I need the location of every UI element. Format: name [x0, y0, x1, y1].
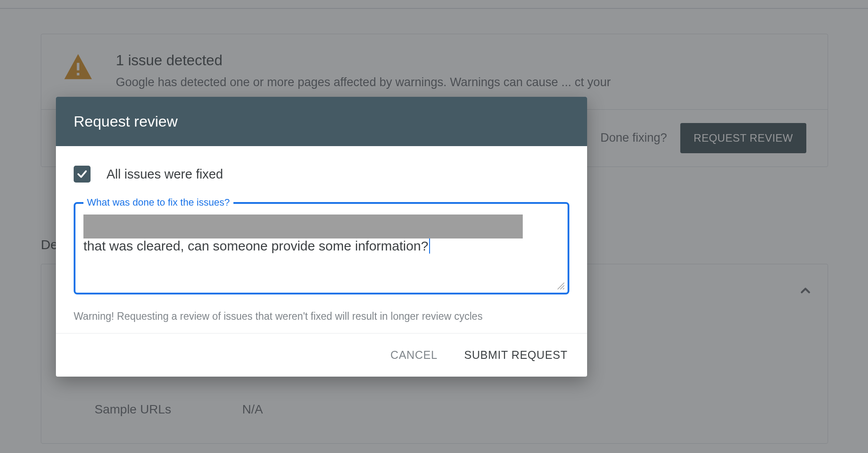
redacted-text-line	[83, 215, 523, 238]
submit-request-button[interactable]: SUBMIT REQUEST	[461, 346, 571, 364]
text-cursor	[429, 238, 430, 254]
fix-description-field[interactable]: What was done to fix the issues? that wa…	[74, 202, 569, 294]
fix-description-textarea[interactable]: that was cleared, can someone provide so…	[83, 215, 560, 285]
fix-description-value: that was cleared, can someone provide so…	[83, 238, 560, 254]
fix-description-text: that was cleared, can someone provide so…	[83, 238, 428, 254]
resize-handle-icon[interactable]	[557, 282, 565, 290]
modal-title: Request review	[56, 97, 587, 146]
modal-footer: CANCEL SUBMIT REQUEST	[56, 333, 587, 377]
request-review-modal: Request review All issues were fixed Wha…	[56, 97, 587, 377]
cancel-button[interactable]: CANCEL	[387, 346, 441, 364]
checkbox-row: All issues were fixed	[74, 166, 569, 183]
fix-description-label: What was done to fix the issues?	[83, 197, 233, 208]
modal-body: All issues were fixed What was done to f…	[56, 146, 587, 333]
review-warning-text: Warning! Requesting a review of issues t…	[74, 310, 569, 322]
checkbox-label: All issues were fixed	[107, 167, 223, 182]
all-issues-fixed-checkbox[interactable]	[74, 166, 91, 183]
